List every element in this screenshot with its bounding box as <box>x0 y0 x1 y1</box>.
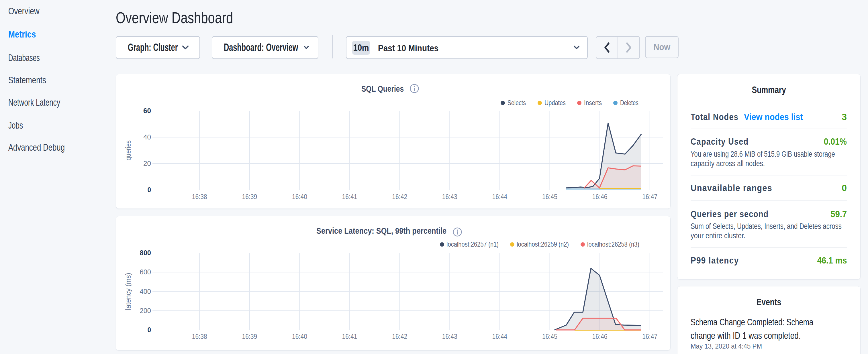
svg-text:600: 600 <box>140 268 151 276</box>
svg-text:16:38: 16:38 <box>192 193 207 200</box>
svg-text:20: 20 <box>143 160 151 167</box>
svg-text:16:47: 16:47 <box>642 193 657 200</box>
svg-text:16:43: 16:43 <box>442 333 457 340</box>
svg-text:16:45: 16:45 <box>542 193 557 200</box>
svg-text:40: 40 <box>143 133 151 141</box>
svg-text:16:38: 16:38 <box>192 333 207 340</box>
svg-text:0: 0 <box>147 186 151 194</box>
svg-text:16:45: 16:45 <box>542 333 557 340</box>
svg-text:16:39: 16:39 <box>242 333 257 340</box>
svg-text:16:39: 16:39 <box>242 193 257 200</box>
svg-text:16:41: 16:41 <box>342 193 358 200</box>
svg-text:16:40: 16:40 <box>292 193 307 200</box>
svg-text:60: 60 <box>143 107 151 115</box>
svg-text:16:42: 16:42 <box>392 193 407 200</box>
svg-text:16:46: 16:46 <box>592 193 608 200</box>
svg-text:16:47: 16:47 <box>642 333 657 340</box>
svg-text:0: 0 <box>147 326 151 334</box>
svg-text:800: 800 <box>140 249 151 257</box>
svg-text:latency (ms): latency (ms) <box>124 273 132 310</box>
svg-text:16:40: 16:40 <box>292 333 307 340</box>
svg-text:16:42: 16:42 <box>392 333 407 340</box>
svg-text:16:44: 16:44 <box>492 333 507 340</box>
svg-text:16:44: 16:44 <box>492 193 507 200</box>
svg-text:200: 200 <box>140 307 151 315</box>
svg-text:16:43: 16:43 <box>442 193 457 200</box>
svg-text:16:41: 16:41 <box>342 333 358 340</box>
svg-text:16:46: 16:46 <box>592 333 608 340</box>
svg-text:queries: queries <box>124 140 132 160</box>
svg-text:400: 400 <box>140 288 151 295</box>
